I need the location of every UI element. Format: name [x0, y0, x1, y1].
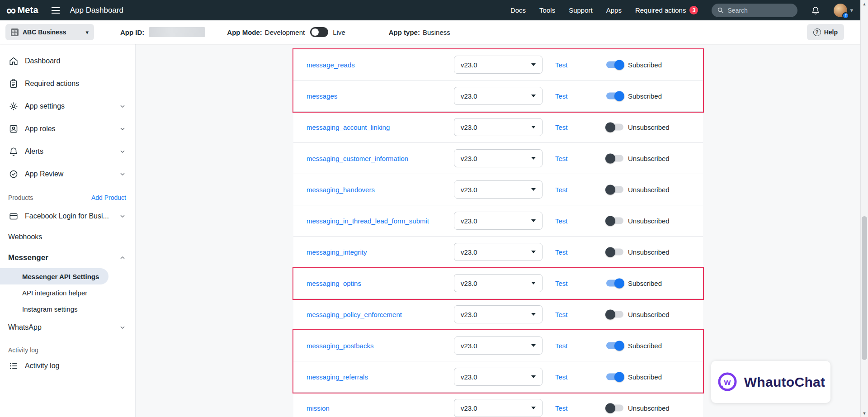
table-row: messaging_integrity v23.0 Test Unsubscri… — [293, 237, 703, 268]
version-dropdown[interactable]: v23.0 — [454, 118, 542, 136]
sidebar-item-activity-log[interactable]: Activity log — [0, 355, 135, 376]
vertical-scrollbar[interactable]: ▲ ▼ — [860, 0, 868, 417]
app-selector-dropdown[interactable]: ABC Business ▾ — [5, 24, 94, 40]
sidebar-item-required-actions[interactable]: Required actions — [0, 72, 135, 95]
test-button[interactable]: Test — [555, 342, 568, 350]
subscription-toggle[interactable] — [606, 342, 623, 349]
annotation-box-3: messaging_postbacks v23.0 Test Subscribe… — [293, 330, 703, 393]
search-box[interactable] — [712, 4, 797, 17]
test-button[interactable]: Test — [555, 92, 568, 100]
sidebar-item-app-review[interactable]: App Review — [0, 163, 135, 185]
app-mode-toggle[interactable] — [310, 27, 328, 37]
subscription-toggle[interactable] — [606, 62, 623, 68]
search-input[interactable] — [727, 7, 786, 14]
version-value: v23.0 — [461, 92, 477, 100]
field-name-link[interactable]: messaging_policy_enforcement — [307, 311, 402, 318]
scroll-down-arrow[interactable]: ▼ — [861, 409, 868, 417]
avatar[interactable]: f — [834, 4, 847, 17]
sidebar-item-messenger-api-settings[interactable]: Messenger API Settings — [0, 268, 108, 284]
table-row: messaging_in_thread_lead_form_submit v23… — [293, 205, 703, 237]
sidebar-item-facebook-login[interactable]: Facebook Login for Busi... — [0, 206, 135, 227]
sidebar-item-app-settings[interactable]: App settings — [0, 95, 135, 118]
version-dropdown[interactable]: v23.0 — [454, 305, 542, 323]
field-name-link[interactable]: messaging_handovers — [307, 186, 375, 194]
test-button[interactable]: Test — [555, 155, 568, 162]
profile-menu[interactable]: f ▾ — [834, 4, 853, 17]
nav-support[interactable]: Support — [569, 6, 593, 14]
version-dropdown[interactable]: v23.0 — [454, 87, 542, 105]
test-button[interactable]: Test — [555, 217, 568, 225]
subscription-toggle[interactable] — [606, 124, 623, 131]
sidebar-item-label: App settings — [25, 102, 65, 110]
subscription-toggle[interactable] — [606, 374, 623, 380]
field-name-link[interactable]: messaging_customer_information — [307, 155, 408, 162]
subscription-toggle[interactable] — [606, 405, 623, 412]
version-dropdown[interactable]: v23.0 — [454, 399, 542, 417]
version-dropdown[interactable]: v23.0 — [454, 149, 542, 167]
test-button[interactable]: Test — [555, 248, 568, 256]
app-selector-label: ABC Business — [23, 28, 81, 36]
field-name-link[interactable]: message_reads — [307, 61, 355, 69]
subscription-toggle[interactable] — [606, 93, 623, 100]
nav-apps[interactable]: Apps — [606, 6, 622, 14]
sidebar-item-app-roles[interactable]: App roles — [0, 118, 135, 140]
sidebar-item-label: App roles — [25, 125, 56, 133]
field-name-link[interactable]: messaging_postbacks — [307, 342, 373, 350]
add-product-link[interactable]: Add Product — [91, 194, 126, 201]
test-button[interactable]: Test — [555, 186, 568, 194]
test-button[interactable]: Test — [555, 123, 568, 131]
sidebar-item-dashboard[interactable]: Dashboard — [0, 50, 135, 72]
chevron-down-icon — [531, 126, 536, 128]
subscription-toggle[interactable] — [606, 249, 623, 256]
version-dropdown[interactable]: v23.0 — [454, 212, 542, 230]
nav-tools[interactable]: Tools — [539, 6, 555, 14]
field-name-link[interactable]: messaging_optins — [307, 280, 361, 287]
field-name-link[interactable]: messaging_integrity — [307, 248, 367, 256]
subscription-toggle[interactable] — [606, 311, 623, 318]
field-name-link[interactable]: mission — [307, 404, 330, 412]
sidebar-item-label: Alerts — [25, 147, 43, 156]
subscription-toggle[interactable] — [606, 218, 623, 224]
field-name-link[interactable]: messages — [307, 92, 337, 100]
version-dropdown[interactable]: v23.0 — [454, 274, 542, 292]
field-name-link[interactable]: messaging_account_linking — [307, 123, 390, 131]
test-button[interactable]: Test — [555, 61, 568, 69]
toggle-knob — [605, 309, 615, 319]
sidebar-item-api-integration-helper[interactable]: API integration helper — [0, 284, 135, 301]
version-dropdown[interactable]: v23.0 — [454, 180, 542, 199]
app-mode-value: Development — [265, 28, 305, 36]
notifications-bell-icon[interactable] — [811, 6, 820, 15]
subscription-toggle[interactable] — [606, 280, 623, 287]
version-dropdown[interactable]: v23.0 — [454, 56, 542, 74]
version-dropdown[interactable]: v23.0 — [454, 336, 542, 355]
table-row: messaging_postbacks v23.0 Test Subscribe… — [293, 330, 703, 361]
nav-docs[interactable]: Docs — [510, 6, 526, 14]
subscription-toggle[interactable] — [606, 186, 623, 193]
test-button[interactable]: Test — [555, 311, 568, 318]
version-dropdown[interactable]: v23.0 — [454, 243, 542, 261]
test-button[interactable]: Test — [555, 373, 568, 381]
toggle-knob — [605, 153, 615, 163]
field-name-link[interactable]: messaging_in_thread_lead_form_submit — [307, 217, 429, 225]
chevron-down-icon: ▾ — [850, 7, 853, 14]
test-button[interactable]: Test — [555, 280, 568, 287]
help-button[interactable]: ? Help — [807, 24, 844, 40]
test-button[interactable]: Test — [555, 404, 568, 412]
version-value: v23.0 — [461, 155, 477, 162]
scroll-up-arrow[interactable]: ▲ — [861, 0, 868, 8]
menu-icon[interactable] — [51, 7, 60, 14]
subscription-status: Unsubscribed — [628, 123, 670, 131]
subscription-toggle[interactable] — [606, 155, 623, 162]
sidebar-item-webhooks[interactable]: Webhooks — [0, 227, 135, 247]
chevron-down-icon — [119, 324, 126, 331]
scrollbar-thumb[interactable] — [862, 216, 867, 360]
version-dropdown[interactable]: v23.0 — [454, 368, 542, 386]
sidebar-item-instagram-settings[interactable]: Instagram settings — [0, 301, 135, 317]
table-row: messages v23.0 Test Subscribed — [293, 81, 703, 112]
sidebar-item-alerts[interactable]: Alerts — [0, 140, 135, 163]
field-name-link[interactable]: messaging_referrals — [307, 373, 368, 381]
sidebar-item-messenger[interactable]: Messenger — [0, 247, 135, 268]
sidebar-item-whatsapp[interactable]: WhatsApp — [0, 317, 135, 338]
nav-required-actions[interactable]: Required actions 3 — [635, 6, 698, 14]
meta-logo[interactable]: ∞ Meta — [6, 4, 38, 17]
